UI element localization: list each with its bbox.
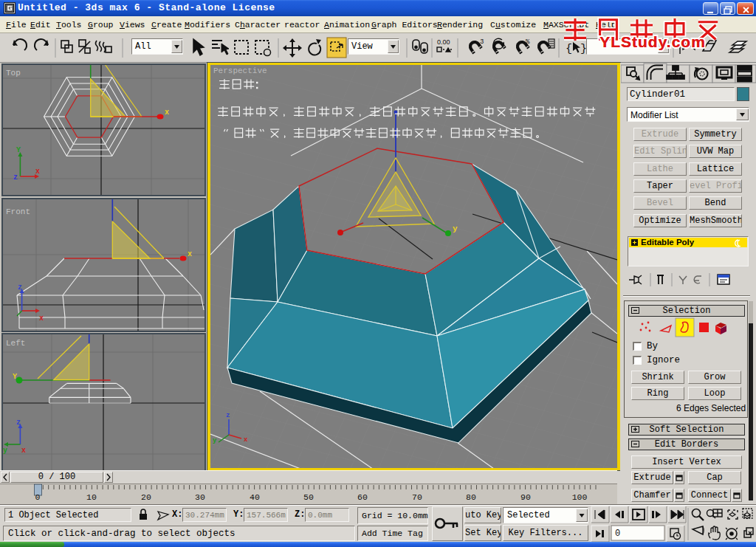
svg-text:90: 90 xyxy=(520,492,531,502)
svg-text:80: 80 xyxy=(466,492,476,502)
svg-text:70: 70 xyxy=(412,492,422,502)
svg-text:%: % xyxy=(526,38,530,46)
svg-text:20: 20 xyxy=(141,492,151,502)
svg-text:y: y xyxy=(3,447,7,455)
svg-text:Top: Top xyxy=(6,69,21,78)
svg-text:z: z xyxy=(18,283,22,292)
svg-text:60: 60 xyxy=(357,492,368,502)
svg-text:Front: Front xyxy=(6,207,30,216)
svg-text:x: x xyxy=(39,314,44,323)
svg-text:Y: Y xyxy=(13,373,17,381)
svg-text:z: z xyxy=(226,412,230,419)
svg-text:z: z xyxy=(13,173,18,182)
svg-text:3: 3 xyxy=(480,38,484,46)
svg-text:x: x xyxy=(188,250,192,258)
svg-text:Left: Left xyxy=(6,339,25,348)
svg-text:Y: Y xyxy=(16,146,21,154)
svg-text:Perspective: Perspective xyxy=(213,66,267,75)
svg-text:40: 40 xyxy=(250,492,260,502)
svg-text:x: x xyxy=(21,447,26,455)
svg-text:30: 30 xyxy=(195,492,205,502)
svg-text:x: x xyxy=(244,436,248,444)
svg-text:y: y xyxy=(453,224,458,233)
svg-text:0.00: 0.00 xyxy=(437,38,450,46)
svg-text:100: 100 xyxy=(572,492,588,502)
svg-text:0: 0 xyxy=(35,492,41,502)
svg-text:10: 10 xyxy=(86,492,97,502)
svg-text:y: y xyxy=(213,437,217,444)
svg-text:z: z xyxy=(16,419,21,427)
svg-text:YLStudy.com: YLStudy.com xyxy=(599,33,706,50)
svg-text:x: x xyxy=(35,168,40,176)
svg-text:0: 0 xyxy=(615,529,620,539)
svg-text:50: 50 xyxy=(303,492,314,502)
svg-text:x: x xyxy=(165,109,169,117)
